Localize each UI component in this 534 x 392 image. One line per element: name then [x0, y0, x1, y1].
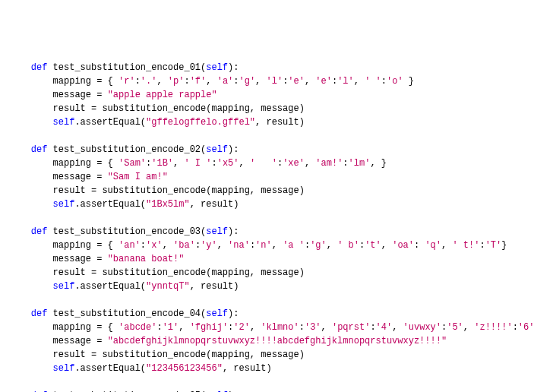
keyword-self: self — [206, 226, 228, 237]
function-name: test_substitution_encode_04 — [53, 308, 201, 319]
blank-line — [9, 375, 525, 389]
keyword-def: def — [31, 226, 48, 237]
keyword-def: def — [31, 144, 48, 155]
mapping-line: mapping = { 'abcde':'1', 'fghij':'2', 'k… — [9, 321, 525, 334]
assert-line: self.assertEqual("123456123456", result) — [9, 362, 525, 375]
def-line: def test_substitution_encode_01(self): — [9, 61, 525, 74]
blank-line — [9, 293, 525, 307]
message-line: message = "Sam I am!" — [9, 170, 525, 184]
assert-arg: "ynntqT" — [146, 281, 190, 292]
keyword-self: self — [206, 144, 228, 155]
message-line: message = "apple apple rapple" — [9, 88, 525, 102]
keyword-self: self — [53, 281, 75, 292]
code-block: def test_substitution_encode_01(self):ma… — [9, 61, 525, 392]
assert-line: self.assertEqual("gffelogffelo.gffel", r… — [9, 115, 525, 129]
result-line: result = substitution_encode(mapping, me… — [9, 348, 525, 362]
function-name: test_substitution_encode_03 — [53, 226, 201, 237]
mapping-line: mapping = { 'r':'.', 'p':'f', 'a':'g', '… — [9, 74, 525, 88]
def-line: def test_substitution_encode_04(self): — [9, 307, 525, 321]
result-line: result = substitution_encode(mapping, me… — [9, 184, 525, 198]
message-line: message = "abcdefghijklmnopqrstuvwxyz!!!… — [9, 334, 525, 348]
function-name: test_substitution_encode_02 — [53, 144, 201, 155]
assert-arg: "1Bx5lm" — [146, 199, 190, 210]
mapping-line: mapping = { 'Sam':'1B', ' I ':'x5', ' ':… — [9, 156, 525, 170]
assert-line: self.assertEqual("1Bx5lm", result) — [9, 198, 525, 211]
keyword-self: self — [53, 199, 75, 210]
keyword-self: self — [53, 117, 75, 128]
keyword-def: def — [31, 62, 48, 73]
keyword-def: def — [31, 308, 48, 319]
keyword-self: self — [206, 62, 228, 73]
def-line: def test_substitution_encode_05(self): — [9, 389, 525, 392]
keyword-self: self — [206, 308, 228, 319]
mapping-line: mapping = { 'an':'x', 'ba':'y', 'na':'n'… — [9, 239, 525, 252]
def-line: def test_substitution_encode_03(self): — [9, 225, 525, 239]
result-line: result = substitution_encode(mapping, me… — [9, 266, 525, 280]
keyword-self: self — [53, 363, 75, 374]
def-line: def test_substitution_encode_02(self): — [9, 143, 525, 156]
message-line: message = "banana boat!" — [9, 252, 525, 266]
function-name: test_substitution_encode_01 — [53, 62, 201, 73]
assert-arg: "123456123456" — [146, 363, 223, 374]
result-line: result = substitution_encode(mapping, me… — [9, 102, 525, 115]
blank-line — [9, 211, 525, 225]
assert-arg: "gffelogffelo.gffel" — [146, 117, 255, 128]
assert-line: self.assertEqual("ynntqT", result) — [9, 280, 525, 293]
blank-line — [9, 129, 525, 143]
